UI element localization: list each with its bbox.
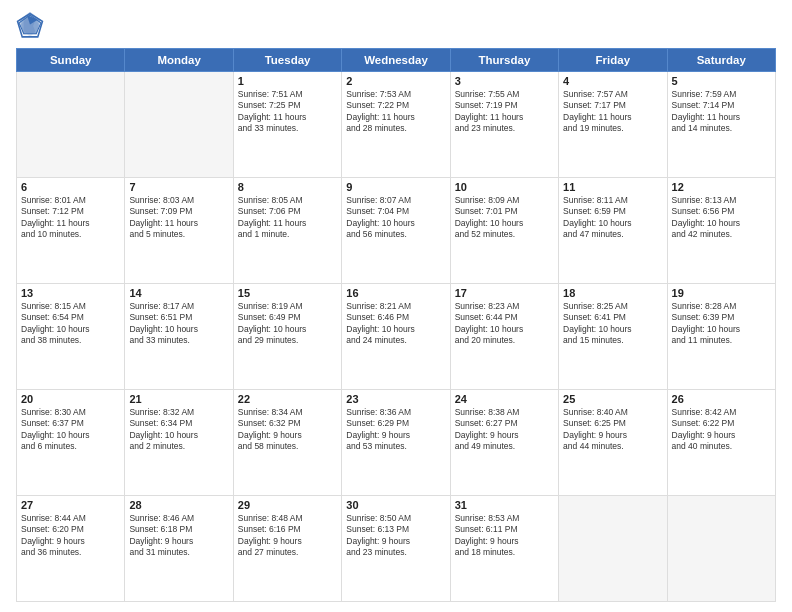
day-info: Sunrise: 8:09 AM Sunset: 7:01 PM Dayligh… xyxy=(455,195,554,241)
day-info: Sunrise: 7:51 AM Sunset: 7:25 PM Dayligh… xyxy=(238,89,337,135)
calendar-cell: 15Sunrise: 8:19 AM Sunset: 6:49 PM Dayli… xyxy=(233,284,341,390)
calendar-cell: 6Sunrise: 8:01 AM Sunset: 7:12 PM Daylig… xyxy=(17,178,125,284)
calendar-cell: 10Sunrise: 8:09 AM Sunset: 7:01 PM Dayli… xyxy=(450,178,558,284)
calendar-cell: 9Sunrise: 8:07 AM Sunset: 7:04 PM Daylig… xyxy=(342,178,450,284)
day-info: Sunrise: 8:11 AM Sunset: 6:59 PM Dayligh… xyxy=(563,195,662,241)
calendar-cell: 4Sunrise: 7:57 AM Sunset: 7:17 PM Daylig… xyxy=(559,72,667,178)
day-info: Sunrise: 8:13 AM Sunset: 6:56 PM Dayligh… xyxy=(672,195,771,241)
day-info: Sunrise: 8:44 AM Sunset: 6:20 PM Dayligh… xyxy=(21,513,120,559)
day-number: 9 xyxy=(346,181,445,193)
logo xyxy=(16,12,48,40)
day-info: Sunrise: 8:40 AM Sunset: 6:25 PM Dayligh… xyxy=(563,407,662,453)
calendar-cell xyxy=(667,496,775,602)
day-number: 31 xyxy=(455,499,554,511)
calendar-cell: 22Sunrise: 8:34 AM Sunset: 6:32 PM Dayli… xyxy=(233,390,341,496)
calendar-week-row: 27Sunrise: 8:44 AM Sunset: 6:20 PM Dayli… xyxy=(17,496,776,602)
day-info: Sunrise: 8:30 AM Sunset: 6:37 PM Dayligh… xyxy=(21,407,120,453)
day-info: Sunrise: 8:48 AM Sunset: 6:16 PM Dayligh… xyxy=(238,513,337,559)
calendar-cell: 11Sunrise: 8:11 AM Sunset: 6:59 PM Dayli… xyxy=(559,178,667,284)
calendar-week-row: 20Sunrise: 8:30 AM Sunset: 6:37 PM Dayli… xyxy=(17,390,776,496)
day-number: 4 xyxy=(563,75,662,87)
day-info: Sunrise: 8:34 AM Sunset: 6:32 PM Dayligh… xyxy=(238,407,337,453)
calendar-cell: 27Sunrise: 8:44 AM Sunset: 6:20 PM Dayli… xyxy=(17,496,125,602)
day-number: 5 xyxy=(672,75,771,87)
day-number: 27 xyxy=(21,499,120,511)
day-number: 13 xyxy=(21,287,120,299)
day-info: Sunrise: 7:55 AM Sunset: 7:19 PM Dayligh… xyxy=(455,89,554,135)
calendar-cell: 30Sunrise: 8:50 AM Sunset: 6:13 PM Dayli… xyxy=(342,496,450,602)
calendar-week-row: 1Sunrise: 7:51 AM Sunset: 7:25 PM Daylig… xyxy=(17,72,776,178)
calendar-week-row: 6Sunrise: 8:01 AM Sunset: 7:12 PM Daylig… xyxy=(17,178,776,284)
weekday-header-saturday: Saturday xyxy=(667,49,775,72)
calendar-table: SundayMondayTuesdayWednesdayThursdayFrid… xyxy=(16,48,776,602)
calendar-cell: 13Sunrise: 8:15 AM Sunset: 6:54 PM Dayli… xyxy=(17,284,125,390)
calendar-cell: 19Sunrise: 8:28 AM Sunset: 6:39 PM Dayli… xyxy=(667,284,775,390)
day-number: 22 xyxy=(238,393,337,405)
calendar-cell: 18Sunrise: 8:25 AM Sunset: 6:41 PM Dayli… xyxy=(559,284,667,390)
calendar-cell: 21Sunrise: 8:32 AM Sunset: 6:34 PM Dayli… xyxy=(125,390,233,496)
day-number: 7 xyxy=(129,181,228,193)
calendar-cell: 2Sunrise: 7:53 AM Sunset: 7:22 PM Daylig… xyxy=(342,72,450,178)
day-info: Sunrise: 8:50 AM Sunset: 6:13 PM Dayligh… xyxy=(346,513,445,559)
day-number: 6 xyxy=(21,181,120,193)
day-info: Sunrise: 8:17 AM Sunset: 6:51 PM Dayligh… xyxy=(129,301,228,347)
day-info: Sunrise: 7:53 AM Sunset: 7:22 PM Dayligh… xyxy=(346,89,445,135)
calendar-cell: 24Sunrise: 8:38 AM Sunset: 6:27 PM Dayli… xyxy=(450,390,558,496)
calendar-cell: 17Sunrise: 8:23 AM Sunset: 6:44 PM Dayli… xyxy=(450,284,558,390)
calendar-cell: 3Sunrise: 7:55 AM Sunset: 7:19 PM Daylig… xyxy=(450,72,558,178)
day-info: Sunrise: 8:53 AM Sunset: 6:11 PM Dayligh… xyxy=(455,513,554,559)
calendar-cell: 23Sunrise: 8:36 AM Sunset: 6:29 PM Dayli… xyxy=(342,390,450,496)
calendar-cell: 8Sunrise: 8:05 AM Sunset: 7:06 PM Daylig… xyxy=(233,178,341,284)
day-number: 21 xyxy=(129,393,228,405)
day-number: 17 xyxy=(455,287,554,299)
calendar-cell: 31Sunrise: 8:53 AM Sunset: 6:11 PM Dayli… xyxy=(450,496,558,602)
day-info: Sunrise: 8:19 AM Sunset: 6:49 PM Dayligh… xyxy=(238,301,337,347)
calendar-cell: 1Sunrise: 7:51 AM Sunset: 7:25 PM Daylig… xyxy=(233,72,341,178)
day-info: Sunrise: 8:42 AM Sunset: 6:22 PM Dayligh… xyxy=(672,407,771,453)
day-number: 1 xyxy=(238,75,337,87)
day-info: Sunrise: 8:01 AM Sunset: 7:12 PM Dayligh… xyxy=(21,195,120,241)
day-number: 19 xyxy=(672,287,771,299)
calendar-cell: 20Sunrise: 8:30 AM Sunset: 6:37 PM Dayli… xyxy=(17,390,125,496)
calendar-cell xyxy=(17,72,125,178)
day-info: Sunrise: 8:46 AM Sunset: 6:18 PM Dayligh… xyxy=(129,513,228,559)
day-info: Sunrise: 8:25 AM Sunset: 6:41 PM Dayligh… xyxy=(563,301,662,347)
calendar-cell: 28Sunrise: 8:46 AM Sunset: 6:18 PM Dayli… xyxy=(125,496,233,602)
page: SundayMondayTuesdayWednesdayThursdayFrid… xyxy=(0,0,792,612)
weekday-header-thursday: Thursday xyxy=(450,49,558,72)
day-info: Sunrise: 8:21 AM Sunset: 6:46 PM Dayligh… xyxy=(346,301,445,347)
day-info: Sunrise: 7:59 AM Sunset: 7:14 PM Dayligh… xyxy=(672,89,771,135)
calendar-cell: 16Sunrise: 8:21 AM Sunset: 6:46 PM Dayli… xyxy=(342,284,450,390)
weekday-header-monday: Monday xyxy=(125,49,233,72)
day-number: 18 xyxy=(563,287,662,299)
weekday-header-tuesday: Tuesday xyxy=(233,49,341,72)
calendar-cell: 12Sunrise: 8:13 AM Sunset: 6:56 PM Dayli… xyxy=(667,178,775,284)
calendar-week-row: 13Sunrise: 8:15 AM Sunset: 6:54 PM Dayli… xyxy=(17,284,776,390)
day-number: 12 xyxy=(672,181,771,193)
day-info: Sunrise: 8:23 AM Sunset: 6:44 PM Dayligh… xyxy=(455,301,554,347)
weekday-header-row: SundayMondayTuesdayWednesdayThursdayFrid… xyxy=(17,49,776,72)
day-number: 29 xyxy=(238,499,337,511)
weekday-header-friday: Friday xyxy=(559,49,667,72)
day-number: 8 xyxy=(238,181,337,193)
day-info: Sunrise: 8:03 AM Sunset: 7:09 PM Dayligh… xyxy=(129,195,228,241)
day-info: Sunrise: 8:32 AM Sunset: 6:34 PM Dayligh… xyxy=(129,407,228,453)
header xyxy=(16,12,776,40)
day-info: Sunrise: 8:38 AM Sunset: 6:27 PM Dayligh… xyxy=(455,407,554,453)
day-info: Sunrise: 7:57 AM Sunset: 7:17 PM Dayligh… xyxy=(563,89,662,135)
calendar-cell: 7Sunrise: 8:03 AM Sunset: 7:09 PM Daylig… xyxy=(125,178,233,284)
day-number: 28 xyxy=(129,499,228,511)
calendar-cell xyxy=(559,496,667,602)
weekday-header-wednesday: Wednesday xyxy=(342,49,450,72)
day-number: 10 xyxy=(455,181,554,193)
day-number: 25 xyxy=(563,393,662,405)
day-number: 11 xyxy=(563,181,662,193)
calendar-cell: 25Sunrise: 8:40 AM Sunset: 6:25 PM Dayli… xyxy=(559,390,667,496)
day-number: 26 xyxy=(672,393,771,405)
day-number: 16 xyxy=(346,287,445,299)
day-number: 15 xyxy=(238,287,337,299)
day-number: 14 xyxy=(129,287,228,299)
calendar-cell: 29Sunrise: 8:48 AM Sunset: 6:16 PM Dayli… xyxy=(233,496,341,602)
day-info: Sunrise: 8:05 AM Sunset: 7:06 PM Dayligh… xyxy=(238,195,337,241)
calendar-cell xyxy=(125,72,233,178)
